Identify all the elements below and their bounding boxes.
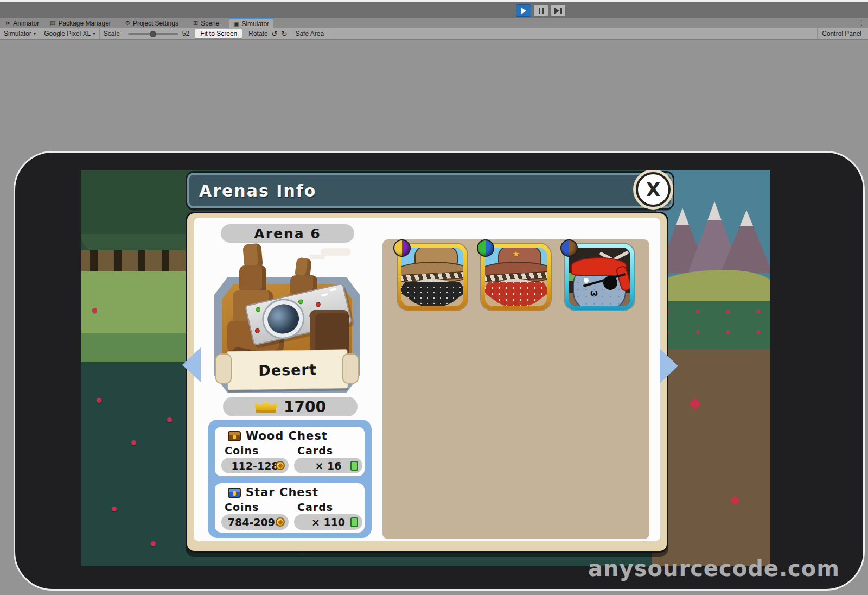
play-button[interactable] [516,4,531,17]
tab-label: Scene [201,20,219,27]
chevron-down-icon: ▾ [93,31,95,36]
tab-simulator[interactable]: ▣ Simulator [229,18,273,28]
editor-tab-bar: ⊳ Animator ▤ Package Manager ⚙ Project S… [0,18,868,28]
gear-icon: ⚙ [125,20,130,27]
dialog-header: Arenas Info [187,173,673,208]
tab-scene[interactable]: ⊞ Scene [189,18,224,28]
tab-animator[interactable]: ⊳ Animator [1,18,43,28]
chevron-down-icon: ▾ [34,31,36,36]
rotate-controls: Rotate ↺ ↻ [245,28,291,39]
previous-arena-arrow[interactable] [182,347,201,382]
arena-illustration: Desert [213,244,361,394]
berry-bush [652,301,770,351]
tab-label: Package Manager [58,20,111,27]
cat-mouth: ω [590,288,598,298]
crown-icon [254,401,277,413]
pause-button[interactable] [533,4,548,17]
scale-slider-thumb[interactable] [150,31,156,37]
tab-package-manager[interactable]: ▤ Package Manager [46,18,116,28]
cards-label: Cards [294,444,362,458]
cards-value-pill: × 16 [294,458,362,473]
arena-characters-panel: ★ [382,239,649,539]
cloud [309,255,325,259]
coins-value-pill: 112-128 [221,458,289,473]
cards-count: × 110 [311,516,345,528]
tab-project-settings[interactable]: ⚙ Project Settings [120,18,183,28]
control-panel-button[interactable]: Control Panel [817,28,866,39]
step-icon [554,8,559,14]
arena-name-banner: Desert [215,350,359,388]
coins-label: Coins [221,444,289,458]
scale-value: 52 [182,30,189,37]
safe-area-button[interactable]: Safe Area [291,28,328,39]
coin-icon [276,517,285,527]
sheriff-avatar[interactable]: ★ [481,244,551,310]
animator-icon: ⊳ [5,20,10,27]
red-bandana [485,279,547,306]
device-dropdown[interactable]: Google Pixel XL ▾ [40,28,100,39]
scale-slider[interactable] [128,33,178,35]
black-bandana [401,279,463,306]
dialog-title: Arenas Info [199,181,316,200]
card-icon [350,461,358,471]
fit-to-screen-button[interactable]: Fit to Screen [195,29,242,39]
arena-title: Arena 6 [254,226,321,242]
coin-icon [276,461,285,470]
wood-chest-icon [228,431,241,441]
simulator-mode-dropdown[interactable]: Simulator ▾ [0,28,40,39]
chest-name: Star Chest [246,486,318,499]
close-button[interactable]: X [636,172,671,207]
tab-label: Project Settings [133,20,178,27]
play-controls-bar [0,2,868,18]
card-icon [350,517,358,527]
star-chest-card: Star Chest Coins Cards 784-2096 × 110 [215,483,365,533]
play-icon [521,8,526,14]
rotate-cw-icon[interactable]: ↻ [282,30,288,38]
scale-label: Scale [100,28,124,39]
chest-name: Wood Chest [246,429,328,442]
simulator-toolbar: Simulator ▾ Google Pixel XL ▾ Scale 52 F… [0,28,868,40]
grid-icon: ⊞ [193,20,198,27]
bandit-avatar[interactable] [398,244,467,310]
close-icon: X [646,179,660,200]
element-orb-icon [393,239,411,257]
rotate-ccw-icon[interactable]: ↺ [272,30,278,38]
arenas-info-dialog: Arena 6 [186,212,668,553]
watermark: anysourcecode.com [588,556,840,581]
element-orb-icon [560,239,578,257]
coins-range: 784-2096 [228,516,282,528]
tab-label: Simulator [241,20,269,28]
unity-editor-window: ⊳ Animator ▤ Package Manager ⚙ Project S… [0,0,868,595]
tab-overflow-menu-icon[interactable]: ⋮ [858,19,865,27]
cards-label: Cards [294,500,362,514]
pirate-avatar[interactable]: ω [565,244,634,310]
eyepatch-icon [603,276,617,290]
arena-title-pill: Arena 6 [221,224,354,243]
package-manager-icon: ▤ [50,20,55,27]
cards-value-pill: × 110 [294,514,362,530]
wood-chest-card: Wood Chest Coins Cards 112-128 × 16 [215,427,365,476]
device-icon: ▣ [233,20,239,27]
star-chest-icon [228,488,241,498]
trophy-requirement-pill: 1700 [223,397,358,416]
arena-name: Desert [258,361,317,379]
trophy-requirement: 1700 [284,398,326,416]
coins-label: Coins [221,500,289,514]
coins-value-pill: 784-2096 [221,514,289,530]
game-screen: Arenas Info X Arena 6 [81,170,770,566]
step-button[interactable] [551,4,566,17]
chest-rewards-panel: Wood Chest Coins Cards 112-128 × 16 [208,420,372,538]
next-arena-arrow[interactable] [660,349,678,383]
element-orb-icon [477,239,494,257]
cards-count: × 16 [315,460,342,472]
pause-icon [539,8,544,14]
tab-label: Animator [13,20,39,27]
sheriff-star-icon: ★ [512,249,520,259]
cloud [321,248,351,256]
coins-range: 112-128 [231,460,278,472]
